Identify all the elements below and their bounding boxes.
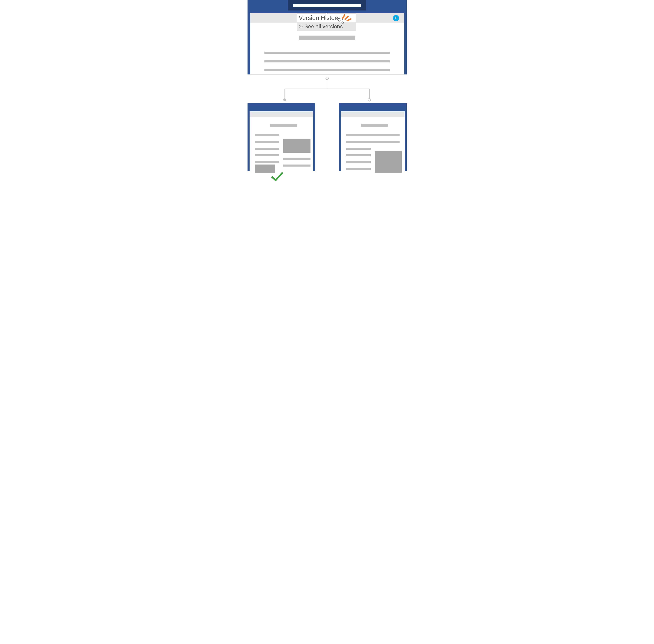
text-line <box>284 158 311 160</box>
heading-placeholder <box>299 36 355 40</box>
text-line <box>346 141 400 143</box>
document-title-placeholder <box>293 4 361 7</box>
ribbon-bar <box>250 111 313 117</box>
checkmark-icon <box>271 172 283 182</box>
image-placeholder <box>284 139 311 153</box>
text-line <box>255 147 279 150</box>
branch-connector <box>234 74 420 102</box>
text-line <box>346 134 400 136</box>
text-line <box>346 147 370 150</box>
ribbon-bar <box>341 111 405 117</box>
text-line <box>255 134 279 136</box>
document-page <box>250 117 313 171</box>
text-line <box>284 164 311 166</box>
title-bar[interactable] <box>288 0 366 10</box>
version-thumbnail[interactable] <box>339 103 407 171</box>
svg-point-5 <box>284 99 286 101</box>
see-all-versions-item[interactable]: See all versions <box>297 22 356 31</box>
text-line <box>346 168 370 170</box>
click-spark-icon <box>342 14 354 22</box>
text-line <box>265 61 390 63</box>
document-page <box>341 117 405 171</box>
svg-point-6 <box>368 98 371 101</box>
heading-placeholder <box>270 124 297 127</box>
text-line <box>265 52 390 54</box>
version-thumbnail-selected[interactable] <box>248 103 315 171</box>
main-document-window: IB <box>248 0 407 74</box>
heading-placeholder <box>361 124 388 127</box>
svg-point-0 <box>326 77 329 80</box>
text-line <box>346 154 370 156</box>
text-line <box>255 154 279 156</box>
text-line <box>255 161 279 163</box>
text-line <box>265 69 390 71</box>
text-line <box>346 161 370 163</box>
text-line <box>255 141 279 143</box>
history-icon <box>298 24 303 29</box>
image-placeholder <box>375 151 402 173</box>
user-avatar[interactable]: IB <box>393 15 399 21</box>
